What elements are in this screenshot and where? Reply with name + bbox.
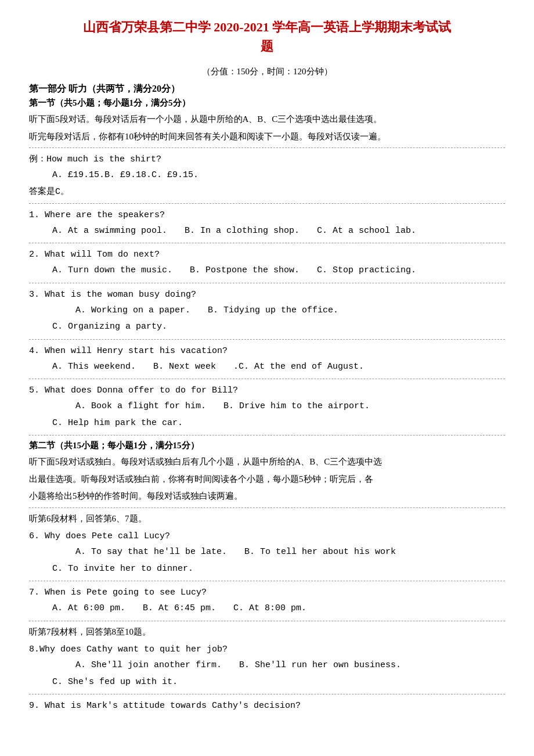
example-options: A. £19.15.B. £9.18.C. £9.15. — [29, 167, 505, 184]
part1-title: 第一部分 听力（共两节，满分20分） — [29, 83, 505, 95]
divider — [29, 581, 505, 581]
section2-instruction3: 小题将给出5秒钟的作答时间。每段对话或独白读两遍。 — [29, 489, 505, 504]
q6-options-row2: C. To invite her to dinner. — [52, 561, 505, 578]
page-title: 山西省万荣县第二中学 2020-2021 学年高一英语上学期期末考试试 题 — [29, 17, 505, 56]
passage1-instruction: 听第6段材料，回答第6、7题。 — [29, 512, 505, 527]
question-2: 2. What will Tom do next? A. Turn down t… — [29, 247, 505, 279]
divider — [29, 621, 505, 621]
q7-options: A. At 6:00 pm. B. At 6:45 pm. C. At 8:00… — [29, 600, 505, 617]
question-1: 1. Where are the speakers? A. At a swimm… — [29, 207, 505, 240]
q2-options: A. Turn down the music. B. Postpone the … — [29, 262, 505, 279]
q5-options-row1: A. Book a flight for him. B. Drive him t… — [52, 398, 505, 415]
divider — [29, 379, 505, 379]
divider — [29, 283, 505, 283]
divider — [29, 435, 505, 435]
divider — [29, 507, 505, 508]
section1-instruction2: 听完每段对话后，你都有10秒钟的时间来回答有关小题和阅读下一小题。每段对话仅读一… — [29, 129, 505, 145]
q1-options: A. At a swimming pool. B. In a clothing … — [29, 223, 505, 240]
divider — [29, 243, 505, 243]
question-9: 9. What is Mark's attitude towards Cathy… — [29, 698, 505, 714]
q6-options-row1: A. To say that he'll be late. B. To tell… — [52, 544, 505, 561]
example-answer: 答案是C。 — [29, 184, 505, 200]
subtitle: （分值：150分，时间：120分钟） — [29, 66, 505, 77]
divider — [29, 339, 505, 340]
section1-instruction1: 听下面5段对话。每段对话后有一个小题，从题中所给的A、B、C三个选项中选出最佳选… — [29, 112, 505, 127]
question-3: 3. What is the woman busy doing? A. Work… — [29, 287, 505, 336]
passage2-instruction: 听第7段材料，回答第8至10题。 — [29, 625, 505, 640]
question-7: 7. When is Pete going to see Lucy? A. At… — [29, 585, 505, 617]
q8-options-row2: C. She's fed up with it. — [52, 674, 505, 691]
section2-instruction1: 听下面5段对话或独白。每段对话或独白后有几个小题，从题中所给的A、B、C三个选项… — [29, 455, 505, 470]
divider — [29, 694, 505, 694]
section2-title: 第二节（共15小题；每小题1分，满分15分） — [29, 440, 505, 451]
q3-options-row2: C. Organizing a party. — [52, 319, 505, 336]
q4-options: A. This weekend. B. Next week .C. At the… — [29, 359, 505, 376]
example-block: 例：How much is the shirt? A. £19.15.B. £9… — [29, 152, 505, 200]
q3-options-row1: A. Working on a paper. B. Tidying up the… — [52, 303, 505, 319]
divider — [29, 147, 505, 148]
question-8: 8.Why does Cathy want to quit her job? A… — [29, 642, 505, 690]
question-6: 6. Why does Pete call Lucy? A. To say th… — [29, 528, 505, 577]
section2-instruction2: 出最佳选项。听每段对话或独白前，你将有时间阅读各个小题，每小题5秒钟；听完后，各 — [29, 472, 505, 487]
question-4: 4. When will Henry start his vacation? A… — [29, 343, 505, 376]
q5-options-row2: C. Help him park the car. — [52, 415, 505, 432]
divider — [29, 203, 505, 204]
section1-title: 第一节（共5小题；每小题1分，满分5分） — [29, 98, 505, 109]
q8-options-row1: A. She'll join another firm. B. She'll r… — [52, 657, 505, 674]
question-5: 5. What does Donna offer to do for Bill?… — [29, 383, 505, 431]
